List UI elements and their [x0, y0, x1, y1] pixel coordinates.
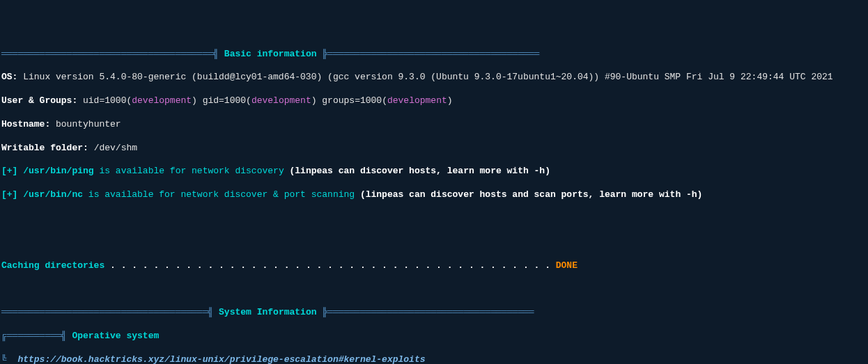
section-basic-header: ═══════════════════════════════════════╣…	[1, 49, 867, 61]
sub-os-header: ╔══════════╣ Operative system	[1, 331, 867, 342]
caching-line: Caching directories . . . . . . . . . . …	[1, 260, 867, 272]
user-groups-line: User & Groups: uid=1000(development) gid…	[1, 95, 867, 107]
section-sysinfo-header: ══════════════════════════════════════╣ …	[1, 307, 867, 319]
url-kernel: ╚ https://book.hacktricks.xyz/linux-unix…	[1, 354, 867, 364]
os-line: OS: Linux version 5.4.0-80-generic (buil…	[1, 72, 867, 84]
hostname-line: Hostname: bountyhunter	[1, 119, 867, 131]
writable-line: Writable folder: /dev/shm	[1, 143, 867, 155]
nc-line: [+] /usr/bin/nc is available for network…	[1, 189, 867, 201]
ping-line: [+] /usr/bin/ping is available for netwo…	[1, 166, 867, 177]
